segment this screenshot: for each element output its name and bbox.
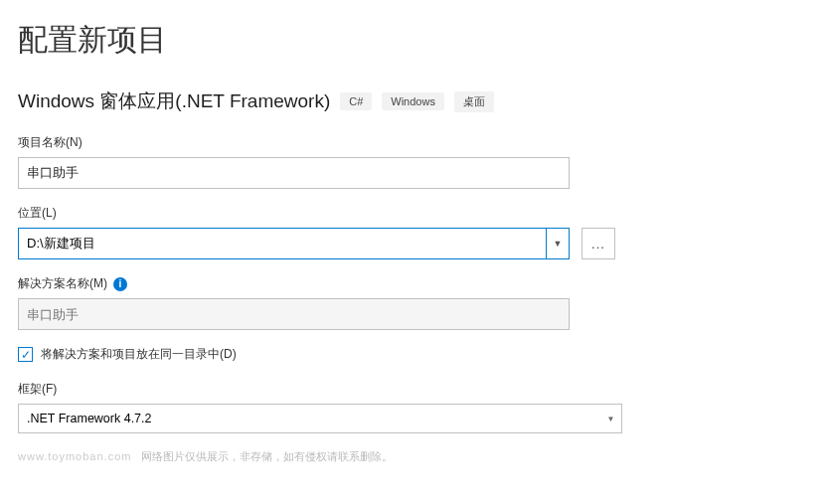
same-directory-row: ✓ 将解决方案和项目放在同一目录中(D) [18,346,812,363]
project-name-input[interactable] [18,157,570,189]
location-group: 位置(L) ▼ ... [18,205,812,259]
location-combo: ▼ [18,228,570,259]
template-row: Windows 窗体应用(.NET Framework) C# Windows … [18,88,812,114]
same-directory-checkbox[interactable]: ✓ [18,347,33,362]
chevron-down-icon: ▼ [554,239,563,249]
chevron-down-icon: ▼ [607,415,615,423]
tag-language: C# [340,92,372,110]
same-directory-label: 将解决方案和项目放在同一目录中(D) [41,346,237,363]
browse-button[interactable]: ... [581,228,615,259]
framework-label: 框架(F) [18,381,812,398]
watermark-text: 网络图片仅供展示，非存储，如有侵权请联系删除。 [141,450,393,462]
location-dropdown-button[interactable]: ▼ [546,228,570,259]
page-title: 配置新项目 [18,20,812,61]
solution-name-label: 解决方案名称(M) [18,275,107,292]
framework-group: 框架(F) ▼ [18,381,812,433]
watermark-domain: www.toymoban.com [18,450,131,462]
info-icon[interactable]: i [113,277,127,291]
project-name-group: 项目名称(N) [18,134,812,189]
solution-name-group: 解决方案名称(M) i [18,275,812,330]
check-icon: ✓ [21,349,31,361]
solution-name-input [18,298,570,330]
framework-dropdown-button[interactable]: ▼ [600,404,622,433]
template-name: Windows 窗体应用(.NET Framework) [18,88,330,114]
project-name-label: 项目名称(N) [18,134,812,151]
solution-name-label-row: 解决方案名称(M) i [18,275,812,292]
location-label: 位置(L) [18,205,812,222]
tag-platform: Windows [382,92,444,110]
framework-combo: ▼ [18,404,622,433]
watermark: www.toymoban.com 网络图片仅供展示，非存储，如有侵权请联系删除。 [18,449,812,464]
framework-input[interactable] [18,404,600,433]
tag-category: 桌面 [454,91,494,112]
location-input[interactable] [18,228,546,259]
